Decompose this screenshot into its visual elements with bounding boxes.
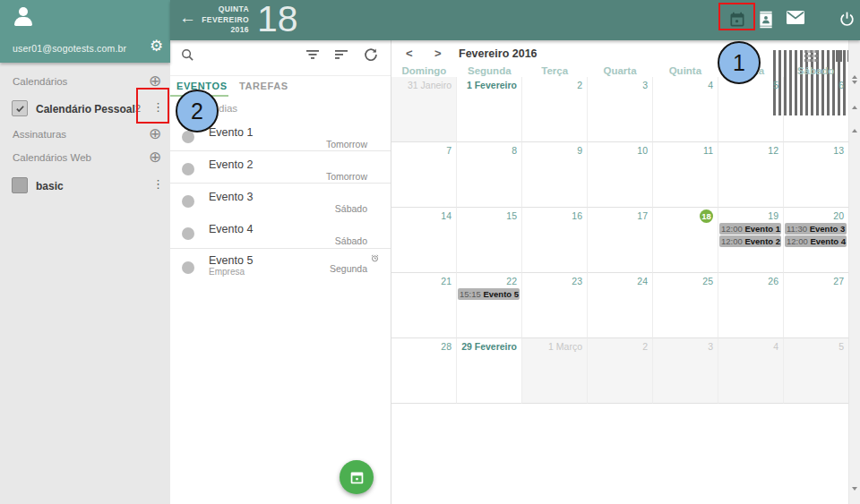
day-cell[interactable]: 5 — [784, 338, 848, 404]
day-cell[interactable]: 1 Fevereiro — [457, 77, 522, 142]
sidebar: Calendários ⊕ Calendário Pessoal 2 ⋮ Ass… — [0, 63, 171, 504]
main-toolbar: ← QUINTA FEVEREIRO 2016 18 — [170, 0, 860, 40]
view-month-icon[interactable] — [804, 50, 818, 62]
day-cell[interactable]: 28 — [391, 338, 457, 404]
calendar-week-row: 14 15 16 17 18 19 12:00 Evento 1 12:00 E… — [391, 208, 848, 273]
scroll-down-icon[interactable] — [852, 81, 857, 84]
prev-month-icon[interactable]: < — [406, 47, 413, 60]
event-when: Segunda — [330, 263, 367, 274]
day-cell[interactable]: 17 — [588, 208, 653, 273]
account-header: user01@sogotests.com.br ⚙ — [0, 0, 170, 63]
day-cell[interactable]: 4 — [653, 77, 718, 142]
user-avatar-icon — [14, 17, 32, 26]
contacts-module-icon[interactable] — [757, 11, 775, 29]
event-chip[interactable]: 12:00 Evento 4 — [785, 235, 847, 247]
day-cell[interactable]: 15 — [457, 208, 522, 273]
filter-icon[interactable] — [305, 49, 320, 60]
view-multiweek-icon[interactable] — [836, 50, 849, 62]
personal-calendar-checkbox[interactable] — [12, 100, 28, 116]
day-cell[interactable]: 20 11:30 Evento 3 12:00 Evento 4 — [784, 208, 848, 273]
day-cell[interactable]: 12 — [718, 142, 784, 208]
event-chip[interactable]: 12:00 Evento 1 — [719, 223, 781, 235]
current-day-number: 18 — [257, 0, 298, 40]
list-item[interactable]: Evento 2 Tomorrow — [170, 151, 391, 183]
calendar-week-row: 21 22 15:15 Evento 5 23 24 25 26 27 — [391, 273, 848, 338]
account-email: user01@sogotests.com.br — [13, 43, 126, 54]
event-color-bullet — [182, 195, 194, 208]
day-cell[interactable]: 3 — [653, 338, 718, 404]
list-item[interactable]: Evento 3 Sábado — [170, 184, 391, 215]
scroll-up-icon[interactable] — [852, 75, 857, 79]
personal-calendar-label: Calendário Pessoal — [36, 103, 135, 115]
next-month-icon[interactable]: > — [434, 47, 442, 60]
mail-module-icon[interactable] — [787, 11, 804, 29]
annotation-step-circle-1: 1 — [718, 41, 761, 84]
back-arrow-icon[interactable]: ← — [179, 8, 196, 28]
day-cell[interactable]: 6 — [784, 77, 848, 142]
day-cell[interactable]: 13 — [784, 142, 848, 208]
basic-calendar-swatch[interactable] — [12, 177, 28, 193]
day-cell-today[interactable]: 18 — [653, 208, 718, 273]
sidebar-item-basic-calendar[interactable]: basic ⋮ — [0, 170, 170, 202]
event-chip[interactable]: 15:15 Evento 5 — [458, 288, 520, 300]
event-subtitle: Empresa — [209, 267, 245, 277]
alarm-icon — [371, 250, 379, 266]
day-cell[interactable]: 4 — [718, 338, 784, 404]
basic-calendar-menu-icon[interactable]: ⋮ — [152, 178, 164, 191]
day-cell[interactable]: 8 — [457, 142, 522, 208]
day-cell[interactable]: 11 — [653, 142, 718, 208]
new-event-fab-button[interactable] — [340, 460, 374, 494]
weekday-header: Sábado — [783, 65, 848, 77]
add-subscription-icon[interactable]: ⊕ — [149, 126, 161, 141]
calendar-scrollbar[interactable] — [848, 40, 860, 504]
day-cell[interactable]: 26 — [718, 273, 784, 338]
calendar-week-row: 28 29 Fevereiro 1 Março 2 3 4 5 — [391, 338, 848, 404]
today-badge: 18 — [700, 209, 713, 223]
day-cell[interactable]: 14 — [391, 208, 457, 273]
calendar-month-title: Fevereiro 2016 — [459, 47, 538, 60]
event-when: Sábado — [335, 203, 367, 214]
event-when: Tomorrow — [326, 171, 367, 182]
event-when: Tomorrow — [326, 139, 367, 149]
list-item[interactable]: Evento 4 Sábado — [170, 215, 391, 247]
day-cell[interactable]: 23 — [522, 273, 588, 338]
day-cell[interactable]: 5 — [718, 77, 784, 142]
add-web-calendar-icon[interactable]: ⊕ — [149, 149, 161, 165]
day-cell[interactable]: 10 — [588, 142, 653, 208]
day-cell[interactable]: 21 — [391, 273, 457, 338]
day-cell[interactable]: 2 — [522, 77, 588, 142]
month-label: FEVEREIRO — [199, 15, 249, 26]
day-cell[interactable]: 1 Março — [522, 338, 588, 404]
scroll-up-icon[interactable] — [852, 129, 857, 132]
day-cell[interactable]: 27 — [784, 273, 848, 338]
sort-icon[interactable] — [334, 49, 348, 60]
settings-gear-icon[interactable]: ⚙ — [150, 38, 163, 54]
list-item[interactable]: Evento 5 Empresa Segunda — [170, 249, 391, 283]
day-cell[interactable]: 25 — [653, 273, 718, 338]
tab-tasks[interactable]: TAREFAS — [239, 81, 288, 91]
refresh-icon[interactable] — [364, 47, 378, 62]
year-label: 2016 — [199, 25, 249, 36]
weekday-header: Segunda — [457, 65, 522, 77]
event-chip[interactable]: 11:30 Evento 3 — [785, 223, 847, 235]
day-cell[interactable]: 9 — [522, 142, 588, 208]
day-cell[interactable]: 22 15:15 Evento 5 — [457, 273, 522, 338]
event-color-bullet — [182, 131, 194, 143]
weekday-header: Quinta — [652, 65, 718, 77]
add-calendar-icon[interactable]: ⊕ — [149, 73, 161, 89]
scroll-up-icon[interactable] — [852, 106, 857, 109]
day-cell[interactable]: 7 — [391, 142, 457, 208]
event-chip[interactable]: 12:00 Evento 2 — [719, 235, 781, 247]
day-cell[interactable]: 29 Fevereiro — [457, 338, 522, 404]
calendar-week-row: 31 Janeiro 1 Fevereiro 2 3 4 5 6 — [391, 77, 848, 142]
day-cell[interactable]: 2 — [588, 338, 653, 404]
event-color-bullet — [182, 163, 194, 175]
logout-power-icon[interactable] — [838, 11, 856, 29]
day-cell[interactable]: 19 12:00 Evento 1 12:00 Evento 2 — [718, 208, 784, 273]
day-cell[interactable]: 31 Janeiro — [391, 77, 457, 142]
scroll-down-icon[interactable] — [852, 487, 857, 491]
day-cell[interactable]: 24 — [588, 273, 653, 338]
day-cell[interactable]: 3 — [588, 77, 653, 142]
search-icon[interactable] — [181, 48, 194, 62]
day-cell[interactable]: 16 — [522, 208, 588, 273]
